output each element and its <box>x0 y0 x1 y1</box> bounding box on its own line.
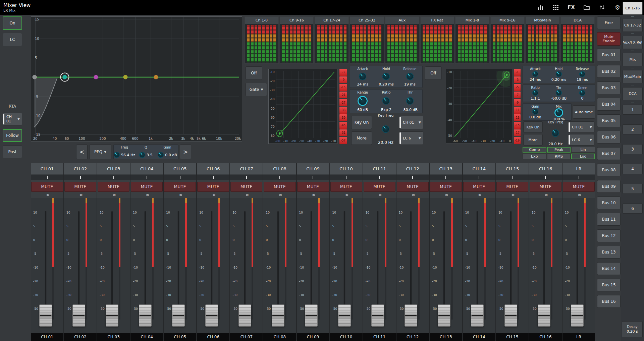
bus-send-button[interactable]: Bus 14 <box>597 262 621 275</box>
freq-knob[interactable] <box>114 152 120 158</box>
eq-band-handle[interactable] <box>154 75 158 79</box>
channel-select-button[interactable]: CH 08 <box>263 163 296 174</box>
mute-button[interactable]: MUTE <box>64 182 96 192</box>
gain-knob[interactable] <box>158 152 164 158</box>
meter-bank-tab[interactable]: Mix 9-16 <box>491 17 524 24</box>
channel-select-button[interactable]: CH 14 <box>463 163 495 174</box>
fader-handle[interactable] <box>471 304 484 327</box>
fx-button[interactable]: FX <box>564 1 579 13</box>
gate-off-button[interactable]: Off <box>246 66 262 80</box>
param-knob[interactable] <box>532 109 538 115</box>
gate-type-dropdown[interactable]: Gate ▼ <box>246 83 267 96</box>
mute-button[interactable]: MUTE <box>330 182 362 192</box>
mute-button[interactable]: MUTE <box>264 182 296 192</box>
fader-handle[interactable] <box>438 304 450 327</box>
fader-handle[interactable] <box>538 304 550 327</box>
comp-key-source-dropdown[interactable]: CH 01 ▼ <box>568 121 594 133</box>
channel-select-button[interactable]: CH 10 <box>330 163 363 174</box>
fader-handle[interactable] <box>305 304 318 327</box>
fader-handle[interactable] <box>371 304 384 327</box>
fader-handle[interactable] <box>272 304 284 327</box>
pan-indicator[interactable] <box>562 175 595 180</box>
bus-send-button[interactable]: Bus 10 <box>597 196 621 209</box>
pan-indicator[interactable] <box>396 175 429 180</box>
mute-enable-button[interactable]: Mute Enable <box>597 32 621 46</box>
pan-indicator[interactable] <box>64 175 97 180</box>
group-button[interactable]: 2 <box>623 124 643 134</box>
bus-send-button[interactable]: Bus 05 <box>597 114 621 127</box>
meter-bank-tab[interactable]: Ch 25-32 <box>350 17 384 24</box>
mute-button[interactable]: MUTE <box>397 182 429 192</box>
mute-button[interactable]: MUTE <box>430 182 462 192</box>
meters-icon[interactable] <box>533 1 548 13</box>
param-knob[interactable] <box>556 71 562 77</box>
mute-button[interactable]: MUTE <box>563 182 595 192</box>
channel-select-button[interactable]: CH 13 <box>430 163 462 174</box>
param-knob[interactable] <box>556 90 562 96</box>
pan-indicator[interactable] <box>496 175 529 180</box>
param-knob[interactable] <box>382 97 390 105</box>
comp-mode-toggle[interactable]: RMS <box>547 154 571 159</box>
channel-select-button[interactable]: CH 11 <box>363 163 396 174</box>
layer-button[interactable]: Mtx/Main <box>623 70 643 83</box>
eq-graph[interactable]: 20 40 60 100 200 <box>31 16 242 142</box>
bus-send-button[interactable]: Bus 16 <box>597 295 621 308</box>
comp-key-on-button[interactable]: Key On <box>523 121 543 133</box>
meter-bank-tab[interactable]: Ch 1-8 <box>245 17 278 24</box>
eq-prev-band-button[interactable]: < <box>76 145 88 159</box>
eq-band-handle[interactable] <box>94 75 98 79</box>
group-button[interactable]: 4 <box>623 164 643 174</box>
meter-decay-setting[interactable]: Decay 0.20 s <box>622 321 643 337</box>
comp-more-button[interactable]: More <box>523 134 543 146</box>
param-knob[interactable] <box>579 90 585 96</box>
pan-indicator[interactable] <box>297 175 329 180</box>
bus-send-button[interactable]: Bus 13 <box>597 246 621 259</box>
pan-indicator[interactable] <box>263 175 296 180</box>
eq-band-handle[interactable] <box>63 75 67 79</box>
bus-send-button[interactable]: Bus 02 <box>597 65 621 78</box>
bus-send-button[interactable]: Bus 01 <box>597 49 621 61</box>
mute-button[interactable]: MUTE <box>98 182 129 192</box>
pan-indicator[interactable] <box>230 175 263 180</box>
meter-bank-tab[interactable]: Mix 1-8 <box>455 17 489 24</box>
eq-on-button[interactable]: On <box>3 16 22 30</box>
bus-send-button[interactable]: Bus 09 <box>597 180 621 193</box>
param-knob[interactable] <box>579 71 585 77</box>
fader-handle[interactable] <box>338 304 351 327</box>
comp-mode-toggle[interactable]: Comp <box>523 147 546 153</box>
routing-icon[interactable] <box>594 1 610 13</box>
mute-button[interactable]: MUTE <box>197 182 229 192</box>
eq-next-band-button[interactable]: > <box>180 145 191 159</box>
comp-auto-time-button[interactable]: Auto time <box>573 105 595 119</box>
rta-post-button[interactable]: Post <box>3 146 22 158</box>
mute-button[interactable]: MUTE <box>463 182 495 192</box>
folder-icon[interactable] <box>579 1 594 13</box>
param-knob[interactable] <box>554 108 563 117</box>
mute-button[interactable]: MUTE <box>31 182 63 192</box>
pan-indicator[interactable] <box>430 175 462 180</box>
param-knob[interactable] <box>382 73 390 80</box>
pan-indicator[interactable] <box>130 175 163 180</box>
layer-button[interactable]: Ch 1-16 <box>623 2 643 15</box>
channel-select-button[interactable]: CH 05 <box>164 163 196 174</box>
comp-mode-toggle[interactable]: Peak <box>547 147 571 153</box>
param-knob[interactable] <box>359 73 366 80</box>
channel-select-button[interactable]: CH 02 <box>64 163 97 174</box>
mute-button[interactable]: MUTE <box>164 182 196 192</box>
channel-select-button[interactable]: CH 07 <box>230 163 263 174</box>
param-knob[interactable] <box>532 71 538 77</box>
meter-bank-tab[interactable]: Mtx/Main <box>526 17 559 24</box>
fader-handle[interactable] <box>238 304 251 327</box>
comp-mode-toggle[interactable]: Log <box>571 154 595 159</box>
group-button[interactable]: 5 <box>623 184 643 194</box>
pan-indicator[interactable] <box>31 175 63 180</box>
fader-handle[interactable] <box>172 304 185 327</box>
rta-follow-button[interactable]: Follow <box>3 129 22 142</box>
meter-bank-tab[interactable]: FX Ret <box>421 17 454 24</box>
bus-send-button[interactable]: Bus 03 <box>597 81 621 94</box>
gate-key-source-dropdown[interactable]: CH 01 ▼ <box>399 116 423 129</box>
pan-indicator[interactable] <box>164 175 196 180</box>
channel-select-button[interactable]: CH 03 <box>97 163 130 174</box>
mute-button[interactable]: MUTE <box>496 182 528 192</box>
fader-handle[interactable] <box>106 304 118 327</box>
